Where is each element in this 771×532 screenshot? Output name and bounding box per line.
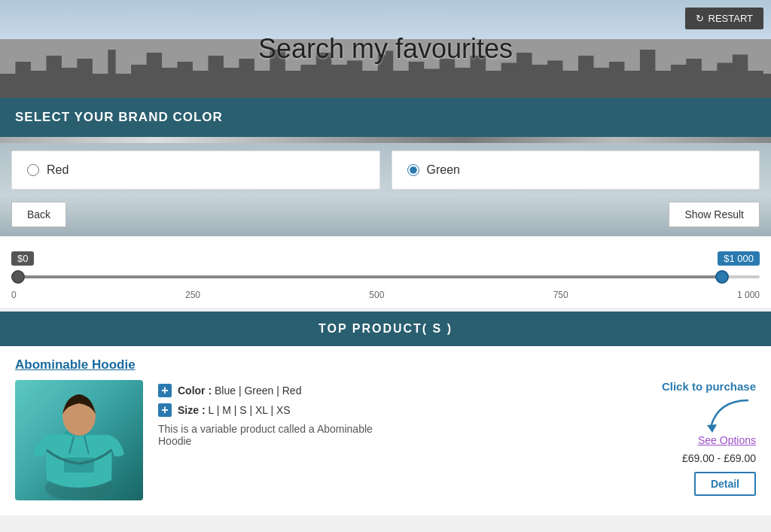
color-plus-icon: +: [158, 384, 172, 397]
tick-500: 500: [369, 290, 384, 300]
detail-button[interactable]: Detail: [694, 472, 756, 496]
svg-marker-5: [707, 424, 717, 433]
page-title: Search my favourites: [258, 33, 513, 65]
product-image: [15, 380, 143, 500]
price-min-label: $0: [11, 251, 34, 266]
annotation-wrapper: Click to purchase: [605, 380, 756, 434]
back-button[interactable]: Back: [11, 202, 66, 227]
brand-header: SELECT YOUR BRAND COLOR: [0, 98, 771, 137]
restart-icon: ↻: [696, 13, 704, 24]
slider-ticks: 0 250 500 750 1 000: [11, 288, 760, 300]
slider-thumb-right[interactable]: [715, 270, 729, 284]
brand-color-section: SELECT YOUR BRAND COLOR Red Green Back S…: [0, 98, 771, 236]
svg-rect-4: [64, 458, 94, 473]
slider-fill: [11, 275, 722, 278]
color-attribute: + Color : Blue | Green | Red: [158, 384, 590, 397]
product-details: + Color : Blue | Green | Red + Size : L …: [158, 380, 590, 447]
gradient-bar: [0, 137, 771, 143]
price-range: £69.00 - £69.00: [682, 452, 756, 464]
product-description: This is a variable product called a Abom…: [158, 423, 399, 447]
size-attr-text: Size : L | M | S | XL | XS: [178, 404, 291, 416]
radio-green[interactable]: [407, 164, 419, 176]
color-option-red[interactable]: Red: [11, 150, 380, 190]
click-to-purchase-text: Click to purchase: [605, 380, 756, 393]
product-name-link[interactable]: Abominable Hoodie: [15, 357, 136, 372]
action-bar: Back Show Result: [0, 196, 771, 236]
color-green-label: Green: [427, 163, 460, 177]
color-option-green[interactable]: Green: [392, 150, 760, 190]
top-products-header: TOP PRODUCT( S ): [0, 312, 771, 346]
radio-red[interactable]: [27, 164, 39, 176]
size-plus-icon: +: [158, 403, 172, 417]
hoodie-svg: [30, 382, 128, 499]
tick-750: 750: [553, 290, 568, 300]
product-section: Abominable Hoodie: [0, 346, 771, 515]
product-right: See Options £69.00 - £69.00 Detail: [605, 434, 756, 500]
color-options-container: Red Green: [0, 143, 771, 196]
show-result-button[interactable]: Show Result: [669, 202, 760, 227]
top-products-title: TOP PRODUCT( S ): [318, 322, 453, 335]
tick-1000: 1 000: [737, 290, 760, 300]
see-options-link[interactable]: See Options: [698, 434, 756, 446]
color-attr-text: Color : Blue | Green | Red: [178, 385, 301, 397]
slider-thumb-left[interactable]: [11, 270, 25, 284]
price-slider[interactable]: [11, 269, 760, 284]
arrow-annotation-svg: [696, 397, 756, 434]
color-red-label: Red: [47, 163, 69, 177]
product-content: + Color : Blue | Green | Red + Size : L …: [15, 380, 756, 500]
price-section: $0 $1 000 0 250 500 750 1 000: [0, 236, 771, 308]
price-labels: $0 $1 000: [11, 251, 760, 266]
price-max-label: $1 000: [718, 251, 760, 266]
tick-0: 0: [11, 290, 17, 300]
restart-button[interactable]: ↻ RESTART: [685, 8, 763, 29]
hero-section: Search my favourites ↻ RESTART: [0, 0, 771, 98]
tick-250: 250: [185, 290, 200, 300]
brand-header-title: SELECT YOUR BRAND COLOR: [15, 110, 223, 124]
product-right-wrapper: Click to purchase See Options £69.00 - £…: [605, 380, 756, 500]
size-attribute: + Size : L | M | S | XL | XS: [158, 403, 590, 417]
